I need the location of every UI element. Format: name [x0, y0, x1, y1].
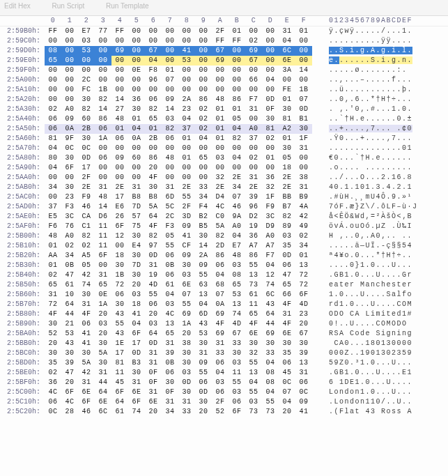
hex-row[interactable]: 2:5C00h:4C6F6E646F6E310F300D06035504070C…	[0, 387, 448, 397]
hex-row[interactable]: 2:5AA0h:00002F0000004F000000322E31362E38…	[0, 173, 448, 183]
ascii[interactable]: e.......S.i.g.n.	[325, 56, 448, 66]
hex-bytes[interactable]: 0247423111300F060355041113084531	[43, 368, 325, 378]
hex-row[interactable]: 2:5B90h:30210603550403131A434F4D4F444F20…	[0, 319, 448, 329]
menu-edit-hex[interactable]: Edit Hex	[4, 2, 31, 10]
hex-row[interactable]: 2:5BE0h:0247423111300F060355041113084531…	[0, 368, 448, 378]
hex-bytes[interactable]: 52534120436F6465205369676E696E67	[43, 329, 325, 339]
ascii[interactable]: .Ÿ0...+....‚7...	[325, 134, 448, 144]
hex-bytes[interactable]: E53CCAD62657642C3DB2C09AD23C8242	[43, 212, 325, 222]
ascii[interactable]: ..S.i.g.A.g.i.l.	[325, 46, 448, 56]
hex-bytes[interactable]: 0C28466C617420343320526F73732041	[43, 407, 325, 417]
ascii[interactable]: ..............01	[325, 144, 448, 153]
menu-run-template[interactable]: Run Template	[106, 2, 149, 10]
hex-row[interactable]: 2:5B10h:0102021100E49755CF142DE7A7A73534…	[0, 241, 448, 251]
hex-bytes[interactable]: 37F34614E67D5A5C2FF44C4696F9B74A	[43, 202, 325, 212]
ascii[interactable]: ..0‚.6..*†H†÷...	[325, 95, 448, 105]
hex-row[interactable]: 2:5B60h:3110300E0603550407130753616C666F…	[0, 290, 448, 300]
ascii[interactable]: eater Manchester	[325, 280, 448, 290]
hex-bytes[interactable]: FF00E777FF00000000002F0100003101	[43, 26, 325, 36]
ascii[interactable]: .GB1.0...U....E1	[325, 368, 448, 378]
hex-row[interactable]: 2:5AE0h:E53CCAD62657642C3DB2C09AD23C8242…	[0, 212, 448, 222]
hex-row[interactable]: 2:5AB0h:34302E312E3130312E332E342E322E31…	[0, 183, 448, 192]
hex-bytes[interactable]: 30210603550403131A434F4D4F444F20	[43, 319, 325, 329]
ascii[interactable]: ª4¥o.0...*†H†÷..	[325, 251, 448, 261]
hex-row[interactable]: 2:5B40h:024742311B3019060355040813124772…	[0, 270, 448, 280]
hex-row[interactable]: 2:59C0h:00000300000000000000FFFF02000400…	[0, 36, 448, 46]
hex-bytes[interactable]: 0000FC1B00000000000000000000FE1B	[43, 85, 325, 95]
ascii[interactable]: .(Flat 43 Ross A	[325, 407, 448, 417]
hex-bytes[interactable]: 060A2B060104018237020104A081A230	[43, 124, 325, 134]
hex-row[interactable]: 2:5A40h:060960864801650304020105003081B1…	[0, 114, 448, 124]
hex-bytes[interactable]: 00000300000000000000FFFF02000400	[43, 36, 325, 46]
ascii[interactable]: 6 1DE1.0...U....	[325, 378, 448, 387]
ascii[interactable]: ..........ÿÿ....	[325, 36, 448, 46]
hex-bytes[interactable]: 064C6F6E646F6E3131302F0603550409	[43, 397, 325, 407]
hex-row[interactable]: 2:5A30h:02A082142730821423020101310F300D…	[0, 105, 448, 114]
ascii[interactable]: ODO CA Limited1#	[325, 309, 448, 319]
hex-row[interactable]: 2:5B70h:7264311A3018060355040A1311434F4D…	[0, 300, 448, 309]
hex-bytes[interactable]: 08005300690067004100670069006C00	[43, 46, 325, 56]
hex-row[interactable]: 2:59D0h:08005300690067004100670069006C00…	[0, 46, 448, 56]
hex-bytes[interactable]: 010B0500307D310B3009060355040613	[43, 261, 325, 270]
ascii[interactable]: 59Z0.³1.0...U...	[325, 358, 448, 368]
hex-row[interactable]: 2:5B30h:010B0500307D310B3009060355040613…	[0, 261, 448, 270]
hex-bytes[interactable]: 00002F0000004F000000322E31362E38	[43, 173, 325, 183]
ascii[interactable]: .....ä—UÏ.-ç§§54	[325, 241, 448, 251]
hex-bytes[interactable]: 3030305A170D31393031333032333539	[43, 348, 325, 358]
hex-row[interactable]: 2:5BD0h:35395A3081B3310B3009060355040613…	[0, 358, 448, 368]
ascii[interactable]: ..ü...........þ.	[325, 85, 448, 95]
hex-row[interactable]: 2:5A80h:80300D06096086480165030402010500…	[0, 153, 448, 163]
hex-bytes[interactable]: 7264311A3018060355040A1311434F4D	[43, 300, 325, 309]
hex-row[interactable]: 2:5C20h:0C28466C617420343320526F73732041…	[0, 407, 448, 417]
hex-row[interactable]: 2:5B20h:AA34A56F18300D06092A864886F70D01…	[0, 251, 448, 261]
ascii[interactable]: .London110/..U..	[325, 397, 448, 407]
ascii[interactable]: .GB1.0...U....Gr	[325, 270, 448, 280]
menu-run-script[interactable]: Run Script	[52, 2, 85, 10]
ascii[interactable]: 000Z..1901302359	[325, 348, 448, 358]
hex-bytes[interactable]: 060960864801650304020105003081B1	[43, 114, 325, 124]
ascii[interactable]: .o.... .........	[325, 163, 448, 173]
ascii[interactable]: ..,...–.....f...	[325, 75, 448, 85]
hex-rows[interactable]: 2:59B0h:FF00E777FF00000000002F0100003101…	[0, 26, 448, 417]
ascii[interactable]: ..+....‚7... .¢0	[325, 124, 448, 134]
ascii[interactable]: .#ùH.¸¸mU4Ô.9.»¹	[325, 192, 448, 202]
hex-row[interactable]: 2:5B80h:4F444F204341204C696D697465643123…	[0, 309, 448, 319]
hex-bytes[interactable]: 204341301E170D313830313330303030	[43, 339, 325, 348]
hex-bytes[interactable]: 046F1700000020000000000000001800	[43, 163, 325, 173]
hex-bytes[interactable]: 00003082143606092A864886F70D0107	[43, 95, 325, 105]
hex-bytes[interactable]: 00000000000EF8010000000000003A14	[43, 66, 325, 75]
ascii[interactable]: rd1.0...U....COM	[325, 300, 448, 309]
ascii[interactable]: ../...O...2.16.8	[325, 173, 448, 183]
ascii[interactable]: 7óF.æ}Z\/.ôLF–ù·J	[325, 202, 448, 212]
ascii[interactable]: . ‚.'0‚.#...1.0.	[325, 105, 448, 114]
hex-bytes[interactable]: 48A08211123082054130820436A00302	[43, 231, 325, 241]
hex-bytes[interactable]: 02A082142730821423020101310F300D	[43, 105, 325, 114]
hex-row[interactable]: 2:5A10h:0000FC1B00000000000000000000FE1B…	[0, 85, 448, 95]
hex-bytes[interactable]: 35395A3081B3310B3009060355040613	[43, 358, 325, 368]
ascii[interactable]: ....0}1.0...U...	[325, 261, 448, 270]
hex-bytes[interactable]: 3620314445310F300D06035504080C06	[43, 378, 325, 387]
hex-row[interactable]: 2:5A90h:046F1700000020000000000000001800…	[0, 163, 448, 173]
hex-bytes[interactable]: 00002C00000096070000000066040000	[43, 75, 325, 85]
hex-bytes[interactable]: 65000000000004005300690067006E00	[43, 56, 325, 66]
hex-bytes[interactable]: 34302E312E3130312E332E342E322E31	[43, 183, 325, 192]
hex-row[interactable]: 2:5C10h:064C6F6E646F6E3131302F0603550409…	[0, 397, 448, 407]
ascii[interactable]: 1.0...U....Salfo	[325, 290, 448, 300]
hex-row[interactable]: 2:59B0h:FF00E777FF00000000002F0100003101…	[0, 26, 448, 36]
hex-row[interactable]: 2:5A00h:00002C00000096070000000066040000…	[0, 75, 448, 85]
hex-bytes[interactable]: 80300D06096086480165030402010500	[43, 153, 325, 163]
hex-row[interactable]: 2:5BA0h:52534120436F6465205369676E696E67…	[0, 329, 448, 339]
ascii[interactable]: övÁ.ouOó.µZ .Ù‰I	[325, 222, 448, 231]
hex-bytes[interactable]: 3110300E0603550407130753616C666F	[43, 290, 325, 300]
hex-bytes[interactable]: 4F444F204341204C696D697465643123	[43, 309, 325, 319]
ascii[interactable]: CA0...180130000	[325, 339, 448, 348]
hex-bytes[interactable]: AA34A56F18300D06092A864886F70D01	[43, 251, 325, 261]
ascii[interactable]: €0...`†H.e......	[325, 153, 448, 163]
hex-bytes[interactable]: 040C0C00000000000000000000003031	[43, 144, 325, 153]
hex-bytes[interactable]: 819F301A060A2B06010401823702011F	[43, 134, 325, 144]
ascii[interactable]: ÿ.çwÿ...../...1.	[325, 26, 448, 36]
ascii[interactable]: .....ø.......:.	[325, 66, 448, 75]
hex-row[interactable]: 2:5A50h:060A2B060104018237020104A081A230…	[0, 124, 448, 134]
ascii[interactable]: å<ÊÖ&Wd,=²ÀšÒ<‚B	[325, 212, 448, 222]
hex-bytes[interactable]: 0102021100E49755CF142DE7A7A73534	[43, 241, 325, 251]
